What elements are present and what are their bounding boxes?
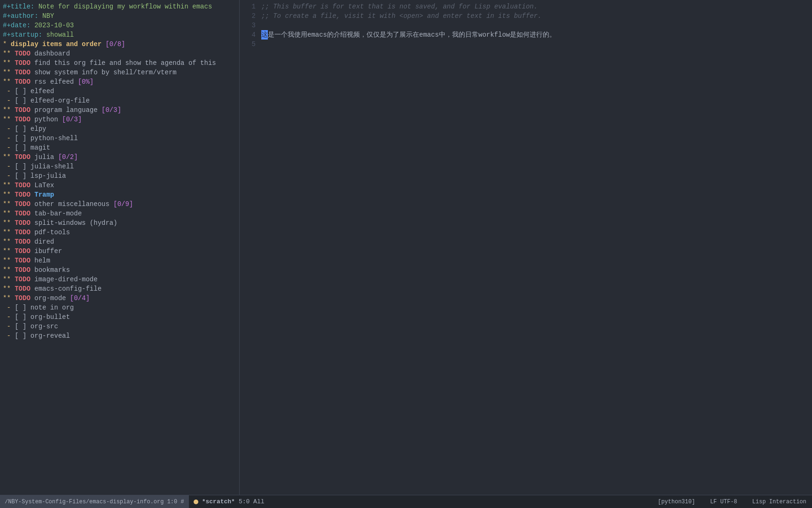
right-pane[interactable]: 1;; This buffer is for text that is not …: [240, 0, 812, 495]
line-number-5: 5: [242, 40, 256, 49]
line-content-3: [261, 21, 809, 30]
left-line-29: ** TODO image-dired-mode: [0, 275, 239, 284]
left-line-27: ** TODO helm: [0, 256, 239, 265]
left-pane: #+title: Note for displaying my workflow…: [0, 0, 240, 495]
left-line-31: ** TODO org-mode [0/4]: [0, 294, 239, 303]
line-content-1: ;; This buffer is for text that is not s…: [261, 2, 809, 11]
status-buffer-name: *scratch*: [202, 498, 235, 505]
line-number-1: 1: [242, 2, 256, 11]
status-left-file: /NBY-System-Config-Files/emacs-display-i…: [0, 495, 189, 508]
left-line-15: - [ ] magit: [0, 143, 239, 152]
left-line-20: ** TODO Tramp: [0, 190, 239, 199]
left-line-30: ** TODO emacs-config-file: [0, 284, 239, 294]
left-line-33: - [ ] org-bullet: [0, 312, 239, 322]
left-line-21: ** TODO other miscellaneous [0/9]: [0, 199, 239, 209]
left-line-35: - [ ] org-reveal: [0, 331, 239, 341]
left-line-0: #+title: Note for displaying my workflow…: [0, 2, 239, 11]
left-line-7: ** TODO show system info by shell/term/v…: [0, 68, 239, 77]
right-line-2: 3: [240, 21, 812, 30]
right-line-4: 5: [240, 40, 812, 49]
left-line-2: #+date: 2023-10-03: [0, 21, 239, 30]
left-line-1: #+author: NBY: [0, 11, 239, 21]
left-line-26: ** TODO ibuffer: [0, 246, 239, 256]
status-right-item-0: [python310]: [658, 499, 695, 505]
left-line-22: ** TODO tab-bar-mode: [0, 209, 239, 218]
status-position: 5:0 All: [239, 498, 265, 505]
left-line-5: ** TODO dashboard: [0, 49, 239, 58]
left-line-8: ** TODO rss elfeed [0%]: [0, 77, 239, 87]
line-content-2: ;; To create a file, visit it with <open…: [261, 11, 809, 21]
status-bar: /NBY-System-Config-Files/emacs-display-i…: [0, 495, 812, 508]
line-number-4: 4: [242, 30, 256, 40]
line-content-4: 这是一个我使用emacs的介绍视频，仅仅是为了展示在emacs中，我的日常wor…: [261, 30, 809, 40]
line-content-5: [261, 40, 809, 49]
left-line-32: - [ ] note in org: [0, 303, 239, 312]
right-line-1: 2;; To create a file, visit it with <ope…: [240, 11, 812, 21]
status-right-item-1: LF UTF-8: [710, 499, 737, 505]
left-line-18: - [ ] lsp-julia: [0, 171, 239, 181]
status-middle: *scratch* 5:0 All: [189, 498, 269, 505]
line-number-3: 3: [242, 21, 256, 30]
right-line-3: 4这是一个我使用emacs的介绍视频，仅仅是为了展示在emacs中，我的日常wo…: [240, 30, 812, 40]
left-line-17: - [ ] julia-shell: [0, 162, 239, 171]
left-line-24: ** TODO pdf-tools: [0, 228, 239, 237]
editor-area: #+title: Note for displaying my workflow…: [0, 0, 812, 495]
line-number-2: 2: [242, 11, 256, 21]
left-line-28: ** TODO bookmarks: [0, 265, 239, 275]
left-line-10: - [ ] elfeed-org-file: [0, 96, 239, 105]
status-right: [python310] LF UTF-8 Lisp Interaction: [652, 499, 812, 505]
left-line-13: - [ ] elpy: [0, 124, 239, 134]
left-line-34: - [ ] org-src: [0, 322, 239, 331]
left-line-3: #+startup: showall: [0, 30, 239, 40]
status-right-item-2: Lisp Interaction: [752, 499, 806, 505]
right-line-0: 1;; This buffer is for text that is not …: [240, 2, 812, 11]
left-line-9: - [ ] elfeed: [0, 87, 239, 96]
left-line-25: ** TODO dired: [0, 237, 239, 246]
left-line-4: * display items and order [0/8]: [0, 40, 239, 49]
left-line-19: ** TODO LaTex: [0, 181, 239, 190]
left-line-16: ** TODO julia [0/2]: [0, 152, 239, 162]
left-line-11: ** TODO program language [0/3]: [0, 105, 239, 115]
left-line-12: ** TODO python [0/3]: [0, 115, 239, 124]
left-line-6: ** TODO find this org file and show the …: [0, 58, 239, 68]
left-line-23: ** TODO split-windows (hydra): [0, 218, 239, 228]
left-line-14: - [ ] python-shell: [0, 134, 239, 143]
status-dot-icon: [194, 500, 198, 504]
